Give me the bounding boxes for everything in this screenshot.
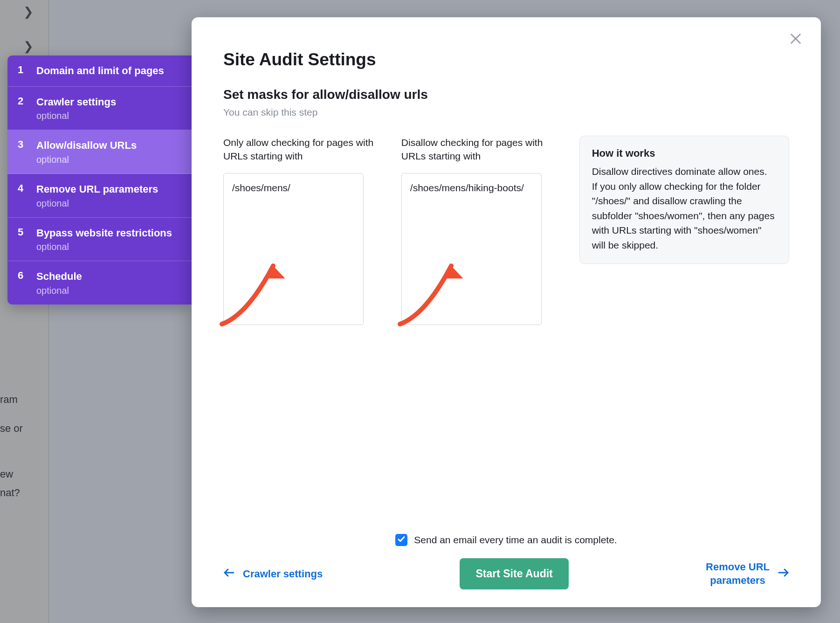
step-optional: optional [36,111,116,121]
step-number: 4 [18,182,24,209]
step-number: 2 [18,95,24,122]
start-site-audit-button[interactable]: Start Site Audit [460,558,568,589]
prev-label: Crawler settings [243,568,323,580]
arrow-right-icon [778,568,789,580]
email-label: Send an email every time an audit is com… [414,534,617,546]
step-optional: optional [36,285,82,296]
disallow-label: Disallow checking for pages with URLs st… [401,136,566,165]
disallow-textarea[interactable] [401,173,542,325]
how-it-works-text: Disallow directives dominate allow ones.… [592,164,777,252]
how-it-works-title: How it works [592,147,777,159]
background-text: ram [0,394,18,406]
step-number: 3 [18,138,24,165]
step-item-crawler[interactable]: 2 Crawler settings optional [7,87,192,131]
modal-subtitle: Set masks for allow/disallow urls [223,87,789,102]
prev-button[interactable]: Crawler settings [223,568,323,580]
allow-column: Only allow checking for pages with URLs … [223,136,388,327]
step-number: 5 [18,226,24,253]
step-label: Remove URL parameters [36,182,158,196]
step-label: Allow/disallow URLs [36,138,137,152]
background-text: se or [0,422,23,435]
step-label: Schedule [36,270,82,284]
modal-hint: You can skip this step [223,107,789,118]
background-text: nat? [0,487,20,499]
step-item-allow-disallow[interactable]: 3 Allow/disallow URLs optional [7,130,192,174]
nav-row: Crawler settings Start Site Audit Remove… [223,558,789,589]
next-button[interactable]: Remove URL parameters [706,561,789,587]
step-number: 1 [18,64,24,78]
steps-sidebar: 1 Domain and limit of pages 2 Crawler se… [7,55,192,305]
modal-footer: Send an email every time an audit is com… [223,534,789,589]
allow-textarea[interactable] [223,173,364,325]
modal-title: Site Audit Settings [223,50,789,69]
step-label: Crawler settings [36,95,116,109]
how-it-works-panel: How it works Disallow directives dominat… [579,136,789,264]
step-label: Bypass website restrictions [36,226,172,240]
step-label: Domain and limit of pages [36,64,164,78]
chevron-right-icon: ❯ [23,39,34,54]
next-label: Remove URL parameters [706,561,770,587]
disallow-column: Disallow checking for pages with URLs st… [401,136,566,327]
step-item-bypass[interactable]: 5 Bypass website restrictions optional [7,218,192,262]
arrow-left-icon [223,568,234,580]
step-item-domain[interactable]: 1 Domain and limit of pages [7,55,192,87]
mask-columns: Only allow checking for pages with URLs … [223,136,789,327]
email-checkbox[interactable] [395,534,407,546]
close-button[interactable] [786,30,805,49]
step-item-remove-params[interactable]: 4 Remove URL parameters optional [7,174,192,218]
chevron-right-icon: ❯ [23,5,34,19]
check-icon [397,535,406,545]
close-icon [789,32,802,47]
background-text: ew [0,468,13,480]
step-number: 6 [18,270,24,296]
step-optional: optional [36,242,172,252]
step-optional: optional [36,154,137,165]
settings-modal: Site Audit Settings Set masks for allow/… [192,17,821,607]
step-item-schedule[interactable]: 6 Schedule optional [7,261,192,305]
allow-label: Only allow checking for pages with URLs … [223,136,388,165]
step-optional: optional [36,198,158,209]
email-checkbox-row: Send an email every time an audit is com… [223,534,789,546]
